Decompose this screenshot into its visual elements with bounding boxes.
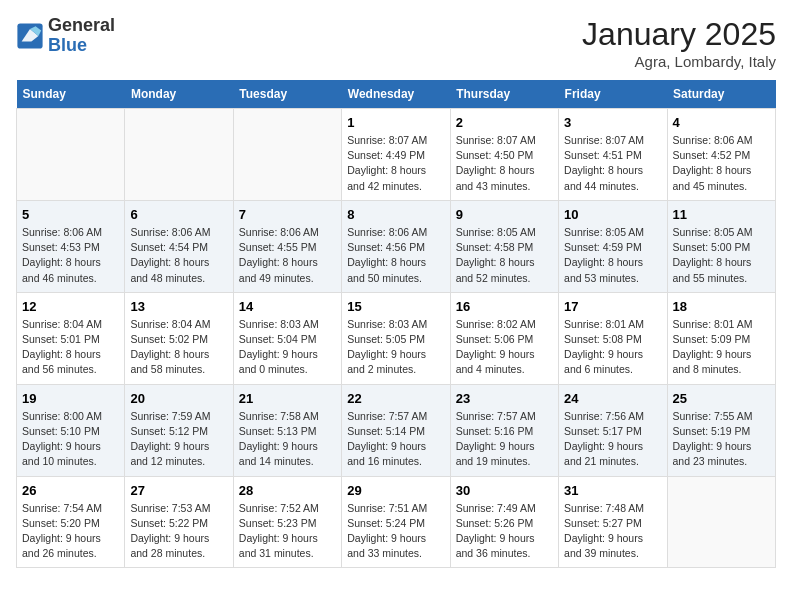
day-number: 14 [239,299,336,314]
day-info: Sunrise: 8:06 AMSunset: 4:53 PMDaylight:… [22,225,119,286]
calendar-cell: 5Sunrise: 8:06 AMSunset: 4:53 PMDaylight… [17,200,125,292]
calendar-cell [233,109,341,201]
day-number: 1 [347,115,444,130]
calendar-cell: 4Sunrise: 8:06 AMSunset: 4:52 PMDaylight… [667,109,775,201]
day-info: Sunrise: 7:57 AMSunset: 5:16 PMDaylight:… [456,409,553,470]
calendar-cell: 18Sunrise: 8:01 AMSunset: 5:09 PMDayligh… [667,292,775,384]
calendar-cell: 25Sunrise: 7:55 AMSunset: 5:19 PMDayligh… [667,384,775,476]
calendar-cell: 7Sunrise: 8:06 AMSunset: 4:55 PMDaylight… [233,200,341,292]
day-info: Sunrise: 8:01 AMSunset: 5:09 PMDaylight:… [673,317,770,378]
day-number: 11 [673,207,770,222]
calendar-cell: 13Sunrise: 8:04 AMSunset: 5:02 PMDayligh… [125,292,233,384]
day-info: Sunrise: 7:52 AMSunset: 5:23 PMDaylight:… [239,501,336,562]
day-number: 25 [673,391,770,406]
day-number: 12 [22,299,119,314]
day-info: Sunrise: 8:06 AMSunset: 4:56 PMDaylight:… [347,225,444,286]
calendar-cell: 23Sunrise: 7:57 AMSunset: 5:16 PMDayligh… [450,384,558,476]
calendar-week-row: 19Sunrise: 8:00 AMSunset: 5:10 PMDayligh… [17,384,776,476]
calendar-week-row: 12Sunrise: 8:04 AMSunset: 5:01 PMDayligh… [17,292,776,384]
calendar-cell: 19Sunrise: 8:00 AMSunset: 5:10 PMDayligh… [17,384,125,476]
day-info: Sunrise: 7:57 AMSunset: 5:14 PMDaylight:… [347,409,444,470]
calendar-cell: 16Sunrise: 8:02 AMSunset: 5:06 PMDayligh… [450,292,558,384]
day-info: Sunrise: 7:56 AMSunset: 5:17 PMDaylight:… [564,409,661,470]
calendar-table: SundayMondayTuesdayWednesdayThursdayFrid… [16,80,776,568]
day-info: Sunrise: 8:04 AMSunset: 5:02 PMDaylight:… [130,317,227,378]
day-number: 8 [347,207,444,222]
calendar-cell [17,109,125,201]
day-number: 26 [22,483,119,498]
day-info: Sunrise: 8:07 AMSunset: 4:49 PMDaylight:… [347,133,444,194]
calendar-cell: 31Sunrise: 7:48 AMSunset: 5:27 PMDayligh… [559,476,667,568]
day-info: Sunrise: 8:05 AMSunset: 4:58 PMDaylight:… [456,225,553,286]
day-info: Sunrise: 8:05 AMSunset: 4:59 PMDaylight:… [564,225,661,286]
weekday-header-sunday: Sunday [17,80,125,109]
calendar-week-row: 26Sunrise: 7:54 AMSunset: 5:20 PMDayligh… [17,476,776,568]
day-info: Sunrise: 8:05 AMSunset: 5:00 PMDaylight:… [673,225,770,286]
day-info: Sunrise: 7:51 AMSunset: 5:24 PMDaylight:… [347,501,444,562]
day-number: 16 [456,299,553,314]
day-number: 23 [456,391,553,406]
title-block: January 2025 Agra, Lombardy, Italy [582,16,776,70]
day-number: 29 [347,483,444,498]
calendar-cell: 21Sunrise: 7:58 AMSunset: 5:13 PMDayligh… [233,384,341,476]
weekday-header-tuesday: Tuesday [233,80,341,109]
calendar-cell: 14Sunrise: 8:03 AMSunset: 5:04 PMDayligh… [233,292,341,384]
day-info: Sunrise: 8:07 AMSunset: 4:50 PMDaylight:… [456,133,553,194]
logo-icon [16,22,44,50]
day-number: 24 [564,391,661,406]
day-number: 15 [347,299,444,314]
calendar-cell: 1Sunrise: 8:07 AMSunset: 4:49 PMDaylight… [342,109,450,201]
day-number: 2 [456,115,553,130]
day-info: Sunrise: 7:48 AMSunset: 5:27 PMDaylight:… [564,501,661,562]
day-info: Sunrise: 8:06 AMSunset: 4:55 PMDaylight:… [239,225,336,286]
day-number: 6 [130,207,227,222]
weekday-header-wednesday: Wednesday [342,80,450,109]
logo: General Blue [16,16,115,56]
calendar-cell: 9Sunrise: 8:05 AMSunset: 4:58 PMDaylight… [450,200,558,292]
calendar-cell: 24Sunrise: 7:56 AMSunset: 5:17 PMDayligh… [559,384,667,476]
day-info: Sunrise: 8:04 AMSunset: 5:01 PMDaylight:… [22,317,119,378]
day-number: 19 [22,391,119,406]
calendar-week-row: 1Sunrise: 8:07 AMSunset: 4:49 PMDaylight… [17,109,776,201]
day-info: Sunrise: 7:49 AMSunset: 5:26 PMDaylight:… [456,501,553,562]
day-number: 17 [564,299,661,314]
page-subtitle: Agra, Lombardy, Italy [582,53,776,70]
calendar-cell: 17Sunrise: 8:01 AMSunset: 5:08 PMDayligh… [559,292,667,384]
weekday-header-thursday: Thursday [450,80,558,109]
day-number: 3 [564,115,661,130]
day-number: 4 [673,115,770,130]
page-title: January 2025 [582,16,776,53]
calendar-cell: 6Sunrise: 8:06 AMSunset: 4:54 PMDaylight… [125,200,233,292]
calendar-cell: 20Sunrise: 7:59 AMSunset: 5:12 PMDayligh… [125,384,233,476]
calendar-cell: 8Sunrise: 8:06 AMSunset: 4:56 PMDaylight… [342,200,450,292]
page-header: General Blue January 2025 Agra, Lombardy… [16,16,776,70]
day-number: 10 [564,207,661,222]
day-number: 22 [347,391,444,406]
calendar-cell: 11Sunrise: 8:05 AMSunset: 5:00 PMDayligh… [667,200,775,292]
calendar-cell: 26Sunrise: 7:54 AMSunset: 5:20 PMDayligh… [17,476,125,568]
calendar-cell: 10Sunrise: 8:05 AMSunset: 4:59 PMDayligh… [559,200,667,292]
day-info: Sunrise: 8:07 AMSunset: 4:51 PMDaylight:… [564,133,661,194]
day-info: Sunrise: 7:58 AMSunset: 5:13 PMDaylight:… [239,409,336,470]
calendar-week-row: 5Sunrise: 8:06 AMSunset: 4:53 PMDaylight… [17,200,776,292]
weekday-header-row: SundayMondayTuesdayWednesdayThursdayFrid… [17,80,776,109]
calendar-cell: 27Sunrise: 7:53 AMSunset: 5:22 PMDayligh… [125,476,233,568]
day-info: Sunrise: 8:02 AMSunset: 5:06 PMDaylight:… [456,317,553,378]
day-info: Sunrise: 8:06 AMSunset: 4:52 PMDaylight:… [673,133,770,194]
day-info: Sunrise: 8:03 AMSunset: 5:04 PMDaylight:… [239,317,336,378]
day-number: 7 [239,207,336,222]
day-info: Sunrise: 8:00 AMSunset: 5:10 PMDaylight:… [22,409,119,470]
day-number: 27 [130,483,227,498]
day-info: Sunrise: 8:03 AMSunset: 5:05 PMDaylight:… [347,317,444,378]
logo-blue-text: Blue [48,36,115,56]
calendar-cell: 22Sunrise: 7:57 AMSunset: 5:14 PMDayligh… [342,384,450,476]
calendar-cell: 15Sunrise: 8:03 AMSunset: 5:05 PMDayligh… [342,292,450,384]
day-number: 5 [22,207,119,222]
logo-general-text: General [48,16,115,36]
weekday-header-friday: Friday [559,80,667,109]
day-info: Sunrise: 8:06 AMSunset: 4:54 PMDaylight:… [130,225,227,286]
day-info: Sunrise: 7:59 AMSunset: 5:12 PMDaylight:… [130,409,227,470]
day-number: 30 [456,483,553,498]
calendar-cell: 12Sunrise: 8:04 AMSunset: 5:01 PMDayligh… [17,292,125,384]
calendar-cell: 2Sunrise: 8:07 AMSunset: 4:50 PMDaylight… [450,109,558,201]
